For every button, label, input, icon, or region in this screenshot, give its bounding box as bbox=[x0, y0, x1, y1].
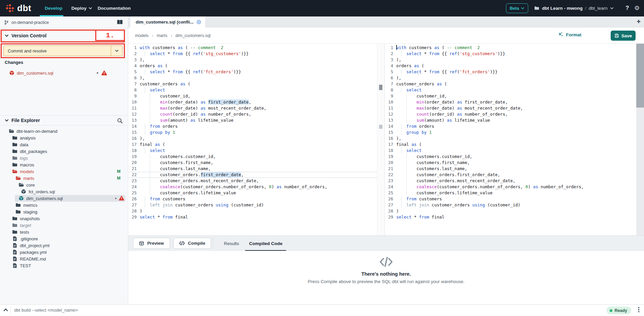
code-line-25[interactable]: 25 customer_orders.lifetime_value bbox=[385, 190, 636, 196]
code-line-1[interactable]: 1with customers as ( -- comment 2 bbox=[128, 45, 377, 51]
code-line-2[interactable]: 2 select * from {{ ref('stg_customers')}… bbox=[128, 51, 377, 57]
code-line-1[interactable]: 1with customers as ( -- comment 2 bbox=[385, 45, 636, 51]
compile-button[interactable]: Compile bbox=[173, 238, 211, 249]
code-line-11[interactable]: 11 max(order_date) as most_recent_order_… bbox=[128, 105, 377, 111]
code-line-18[interactable]: 18 select bbox=[385, 148, 636, 154]
dbt-logo[interactable]: dbt bbox=[5, 3, 31, 13]
code-line-4[interactable]: 4orders as ( bbox=[385, 63, 636, 69]
tree-item-dbt-project-yml[interactable]: dbt_project.yml bbox=[0, 242, 128, 249]
tab-compiled-code[interactable]: Compiled Code bbox=[249, 236, 282, 251]
code-line-23[interactable]: 23 customer_orders.most_recent_order_dat… bbox=[385, 178, 636, 184]
code-line-20[interactable]: 20 customers.first_name, bbox=[128, 160, 377, 166]
code-line-7[interactable]: 7customer_orders as ( bbox=[385, 81, 636, 87]
tree-item-readme-md[interactable]: README.md bbox=[0, 255, 128, 262]
code-line-13[interactable]: 13 sum(amount) as lifetime_value bbox=[128, 117, 377, 123]
left-pane-scrollbar[interactable] bbox=[377, 44, 384, 235]
code-line-3[interactable]: 3), bbox=[128, 57, 377, 63]
tree-item-tests[interactable]: tests bbox=[0, 229, 128, 235]
code-line-9[interactable]: 9 customer_id, bbox=[385, 93, 636, 99]
expand-panel-chevron-icon[interactable] bbox=[3, 308, 8, 312]
code-line-8[interactable]: 8 select bbox=[128, 87, 377, 93]
nav-documentation[interactable]: Documentation bbox=[98, 0, 131, 16]
code-line-5[interactable]: 5 select * from {{ ref('fct_orders')}} bbox=[128, 69, 377, 75]
docs-book-icon[interactable] bbox=[116, 19, 123, 25]
tree-item-logs[interactable]: logs bbox=[0, 155, 128, 161]
code-line-10[interactable]: 10 min(order_date) as first_order_date, bbox=[128, 99, 377, 105]
code-line-20[interactable]: 20 customers.first_name, bbox=[385, 160, 636, 166]
code-line-14[interactable]: 14 from orders bbox=[385, 123, 636, 129]
code-line-3[interactable]: 3), bbox=[385, 57, 636, 63]
breadcrumb-file[interactable]: dim_customers.sql bbox=[175, 33, 210, 38]
code-line-19[interactable]: 19 customers.customer_id, bbox=[128, 154, 377, 160]
beta-button[interactable]: Beta bbox=[506, 3, 528, 13]
code-line-27[interactable]: 27 left join customer_orders using (cust… bbox=[128, 202, 377, 208]
settings-gear-icon[interactable]: ⚙ bbox=[634, 4, 640, 12]
right-pane-scrollbar[interactable] bbox=[636, 44, 644, 235]
code-line-16[interactable]: 16), bbox=[128, 135, 377, 142]
tree-item-metrics[interactable]: metrics bbox=[0, 202, 128, 208]
tree-item-dim-customers-sql[interactable]: dim_customers.sql• bbox=[0, 195, 128, 202]
nav-develop[interactable]: Develop bbox=[45, 0, 63, 16]
tree-item-dbt-learn-on-demand[interactable]: dbt-learn-on-demand bbox=[0, 128, 128, 134]
code-line-15[interactable]: 15 group by 1 bbox=[385, 129, 636, 135]
tree-item-snapshots[interactable]: snapshots bbox=[0, 215, 128, 222]
code-line-16[interactable]: 16), bbox=[385, 135, 636, 142]
code-line-12[interactable]: 12 count(order_id) as number_of_orders, bbox=[128, 111, 377, 117]
breadcrumb-models[interactable]: models bbox=[135, 33, 148, 38]
code-line-24[interactable]: 24 coalesce(customer_orders.number_of_or… bbox=[128, 184, 377, 190]
help-button[interactable]: ? bbox=[625, 5, 629, 11]
code-line-19[interactable]: 19 customers.customer_id, bbox=[385, 154, 636, 160]
code-line-6[interactable]: 6), bbox=[385, 75, 636, 81]
tree-item-dbt-packages[interactable]: dbt_packages bbox=[0, 148, 128, 155]
code-line-27[interactable]: 27 left join customer_orders using (cust… bbox=[385, 202, 636, 208]
code-line-24[interactable]: 24 coalesce(customer_orders.number_of_or… bbox=[385, 184, 636, 190]
code-line-22[interactable]: 22 customer_orders.first_order_date, bbox=[385, 172, 636, 178]
format-button[interactable]: Format bbox=[558, 32, 581, 37]
search-icon[interactable] bbox=[117, 118, 123, 124]
code-line-9[interactable]: 9 customer_id, bbox=[128, 93, 377, 99]
tree-item-packages-yml[interactable]: packages.yml bbox=[0, 249, 128, 255]
code-line-21[interactable]: 21 customers.last_name, bbox=[128, 166, 377, 172]
tab-results[interactable]: Results bbox=[224, 236, 239, 251]
scrollbar-thumb[interactable] bbox=[379, 85, 382, 90]
code-line-25[interactable]: 25 customer_orders.lifetime_value bbox=[128, 190, 377, 196]
tree-item-macros[interactable]: macros bbox=[0, 161, 128, 168]
file-explorer-header[interactable]: File Explorer bbox=[0, 115, 128, 125]
tree-item-data[interactable]: data bbox=[0, 141, 128, 148]
code-line-10[interactable]: 10 min(order_date) as first_order_date, bbox=[385, 99, 636, 105]
code-line-28[interactable]: 28) bbox=[385, 208, 636, 214]
code-line-22[interactable]: 22 customer_orders.first_order_date, bbox=[128, 172, 377, 178]
code-line-29[interactable]: 29select * from final bbox=[385, 214, 636, 220]
tree-item-marts[interactable]: martsM bbox=[0, 175, 128, 182]
code-line-6[interactable]: 6), bbox=[128, 75, 377, 81]
code-line-23[interactable]: 23 customer_orders.most_recent_order_dat… bbox=[128, 178, 377, 184]
command-input[interactable]: dbt build --select <model_name> bbox=[14, 308, 78, 313]
code-line-21[interactable]: 21 customers.last_name, bbox=[385, 166, 636, 172]
scrollbar-thumb[interactable] bbox=[636, 44, 644, 108]
code-line-11[interactable]: 11 max(order_date) as most_recent_order_… bbox=[385, 105, 636, 111]
code-line-15[interactable]: 15 group by 1 bbox=[128, 129, 377, 135]
preview-button[interactable]: Preview bbox=[133, 238, 170, 249]
code-line-29[interactable]: 29select * from final bbox=[128, 214, 377, 220]
code-line-26[interactable]: 26 from customers bbox=[385, 196, 636, 202]
tree-item-analysis[interactable]: analysis bbox=[0, 134, 128, 141]
code-line-26[interactable]: 26 from customers bbox=[128, 196, 377, 202]
code-pane-left[interactable]: 1with customers as ( -- comment 22 selec… bbox=[128, 44, 377, 235]
tree-item-target[interactable]: target bbox=[0, 222, 128, 229]
nav-deploy[interactable]: Deploy bbox=[71, 0, 92, 16]
tree-item--gitignore[interactable]: .gitignore bbox=[0, 235, 128, 242]
project-switcher[interactable]: dbt Learn - mwong / dbt_learn bbox=[534, 0, 614, 16]
kebab-menu-icon[interactable] bbox=[638, 307, 640, 312]
tree-item-models[interactable]: modelsM bbox=[0, 168, 128, 175]
code-line-18[interactable]: 18 select bbox=[128, 148, 377, 154]
code-line-17[interactable]: 17final as ( bbox=[385, 142, 636, 148]
code-line-13[interactable]: 13 sum(amount) as lifetime_value bbox=[385, 117, 636, 123]
save-button[interactable]: Save bbox=[611, 31, 636, 41]
breadcrumb-marts[interactable]: marts bbox=[157, 33, 167, 38]
tree-item-core[interactable]: core bbox=[0, 182, 128, 188]
tree-item-test[interactable]: TEST bbox=[0, 262, 128, 269]
code-line-12[interactable]: 12 count(order_id) as number_of_orders, bbox=[385, 111, 636, 117]
code-line-2[interactable]: 2 select * from {{ ref('stg_customers')}… bbox=[385, 51, 636, 57]
code-line-4[interactable]: 4orders as ( bbox=[128, 63, 377, 69]
changed-file-row[interactable]: dim_customers.sql • bbox=[0, 69, 128, 77]
